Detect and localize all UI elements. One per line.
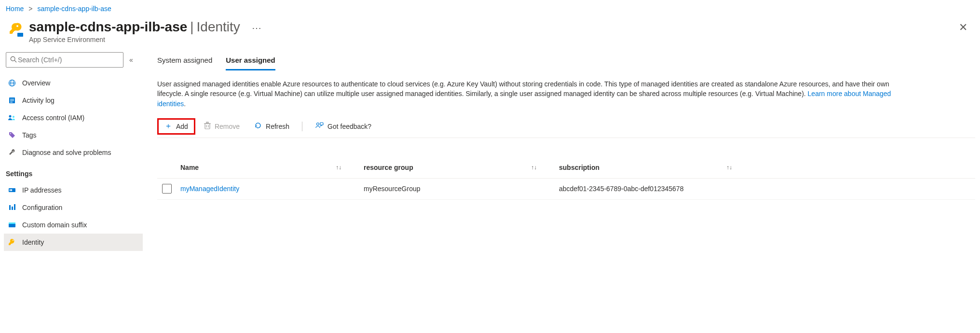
svg-point-11 bbox=[9, 115, 12, 118]
refresh-icon bbox=[254, 122, 262, 131]
close-button[interactable]: ✕ bbox=[954, 19, 972, 36]
sidebar-item-label: Tags bbox=[22, 131, 37, 139]
search-icon bbox=[10, 56, 17, 64]
sidebar-item-ip-addresses[interactable]: IP addresses bbox=[4, 181, 143, 199]
sidebar-item-label: Diagnose and solve problems bbox=[22, 149, 111, 156]
svg-rect-23 bbox=[205, 124, 210, 129]
column-resource-group[interactable]: resource group ↑↓ bbox=[364, 164, 559, 171]
svg-rect-18 bbox=[12, 207, 13, 210]
description-text: User assigned managed identities enable … bbox=[157, 79, 910, 109]
ip-icon bbox=[8, 186, 16, 194]
sidebar-section-settings: Settings bbox=[4, 161, 143, 181]
remove-button: Remove bbox=[198, 118, 245, 135]
svg-rect-17 bbox=[9, 205, 11, 210]
svg-rect-9 bbox=[10, 100, 14, 101]
sidebar-item-configuration[interactable]: Configuration bbox=[4, 199, 143, 216]
sidebar-item-label: IP addresses bbox=[22, 186, 61, 194]
cell-resource-group: myResourceGroup bbox=[364, 185, 559, 193]
svg-point-13 bbox=[10, 133, 11, 134]
page-section: Identity bbox=[197, 19, 240, 35]
svg-rect-16 bbox=[11, 189, 12, 191]
svg-rect-10 bbox=[10, 102, 13, 102]
toolbar: ＋ Add Remove Refresh Got feedbac bbox=[157, 118, 975, 138]
sidebar-item-label: Custom domain suffix bbox=[22, 221, 87, 229]
svg-rect-1 bbox=[17, 33, 23, 37]
add-button[interactable]: ＋ Add bbox=[157, 118, 195, 135]
sidebar: « Overview Activity log Access control (… bbox=[0, 52, 143, 251]
svg-point-0 bbox=[16, 25, 18, 27]
identity-name-link[interactable]: myManagedIdentity bbox=[180, 185, 239, 193]
feedback-icon bbox=[315, 122, 324, 131]
svg-point-22 bbox=[13, 240, 14, 241]
svg-point-12 bbox=[13, 116, 14, 118]
trash-icon bbox=[204, 122, 211, 131]
identity-tabs: System assigned User assigned bbox=[157, 52, 975, 70]
toolbar-separator bbox=[302, 122, 302, 131]
resource-type-label: App Service Environment bbox=[29, 36, 954, 43]
sort-icon: ↑↓ bbox=[531, 164, 537, 171]
wrench-icon bbox=[8, 148, 16, 157]
domain-icon bbox=[8, 221, 16, 229]
log-icon bbox=[8, 96, 16, 105]
identities-table: Name ↑↓ resource group ↑↓ subscription ↑… bbox=[157, 157, 975, 200]
tab-user-assigned[interactable]: User assigned bbox=[226, 52, 275, 70]
collapse-sidebar-icon[interactable]: « bbox=[129, 56, 133, 64]
page-title-separator: | bbox=[190, 19, 193, 35]
globe-icon bbox=[8, 79, 16, 87]
sidebar-item-custom-domain-suffix[interactable]: Custom domain suffix bbox=[4, 216, 143, 234]
svg-rect-27 bbox=[206, 122, 208, 123]
page-title: sample-cdns-app-ilb-ase bbox=[29, 19, 187, 35]
sidebar-item-tags[interactable]: Tags bbox=[4, 126, 143, 144]
svg-rect-8 bbox=[10, 99, 14, 99]
sidebar-item-overview[interactable]: Overview bbox=[4, 74, 143, 92]
identity-icon bbox=[8, 238, 16, 247]
chevron-right-icon: > bbox=[28, 5, 32, 13]
column-subscription[interactable]: subscription ↑↓ bbox=[559, 164, 754, 171]
search-input[interactable] bbox=[17, 56, 119, 64]
main-content: System assigned User assigned User assig… bbox=[143, 52, 980, 251]
svg-point-28 bbox=[317, 123, 319, 125]
svg-rect-21 bbox=[9, 222, 15, 224]
sidebar-item-label: Overview bbox=[22, 79, 50, 87]
sidebar-item-diagnose[interactable]: Diagnose and solve problems bbox=[4, 144, 143, 161]
tag-icon bbox=[8, 131, 16, 139]
people-icon bbox=[8, 113, 16, 122]
svg-rect-29 bbox=[320, 123, 323, 125]
sort-icon: ↑↓ bbox=[726, 164, 732, 171]
table-row[interactable]: myManagedIdentity myResourceGroup abcdef… bbox=[157, 179, 975, 200]
row-checkbox[interactable] bbox=[162, 184, 172, 194]
svg-rect-15 bbox=[10, 189, 11, 191]
tab-system-assigned[interactable]: System assigned bbox=[157, 52, 212, 70]
sidebar-item-label: Configuration bbox=[22, 204, 62, 211]
refresh-button[interactable]: Refresh bbox=[248, 118, 295, 135]
cell-subscription: abcdef01-2345-6789-0abc-def012345678 bbox=[559, 185, 754, 193]
sidebar-item-activity-log[interactable]: Activity log bbox=[4, 92, 143, 109]
page-header: sample-cdns-app-ilb-ase | Identity ⋯ App… bbox=[0, 15, 980, 52]
plus-icon: ＋ bbox=[164, 121, 172, 131]
table-header: Name ↑↓ resource group ↑↓ subscription ↑… bbox=[157, 157, 975, 179]
feedback-button[interactable]: Got feedback? bbox=[309, 118, 377, 135]
sidebar-item-label: Identity bbox=[22, 238, 44, 246]
sort-icon: ↑↓ bbox=[336, 164, 341, 171]
svg-line-3 bbox=[14, 60, 16, 62]
svg-rect-19 bbox=[14, 204, 15, 210]
sidebar-item-label: Access control (IAM) bbox=[22, 114, 84, 122]
bars-icon bbox=[8, 203, 16, 212]
breadcrumb-resource[interactable]: sample-cdns-app-ilb-ase bbox=[38, 5, 111, 13]
sidebar-item-access-control[interactable]: Access control (IAM) bbox=[4, 109, 143, 126]
column-name[interactable]: Name ↑↓ bbox=[180, 164, 364, 171]
key-vault-icon bbox=[9, 22, 24, 38]
sidebar-search[interactable] bbox=[6, 52, 123, 68]
sidebar-item-label: Activity log bbox=[22, 97, 54, 104]
breadcrumb: Home > sample-cdns-app-ilb-ase bbox=[0, 0, 980, 15]
breadcrumb-home[interactable]: Home bbox=[6, 5, 24, 13]
more-actions-icon[interactable]: ⋯ bbox=[252, 22, 262, 34]
svg-point-2 bbox=[11, 56, 15, 61]
sidebar-item-identity[interactable]: Identity bbox=[4, 234, 143, 251]
